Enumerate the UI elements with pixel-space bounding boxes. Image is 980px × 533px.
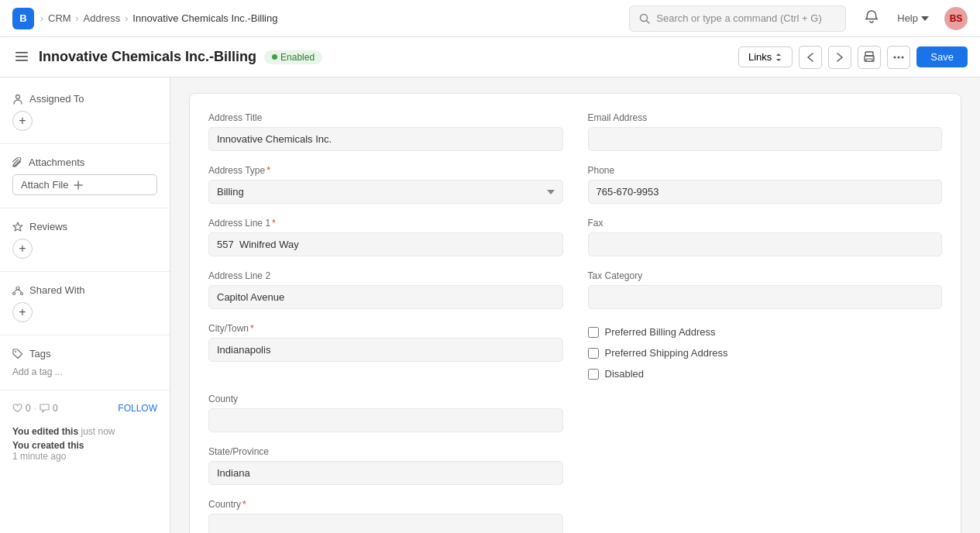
comment-icon — [40, 404, 50, 413]
address-type-label: Address Type* — [208, 165, 563, 176]
heart-icon — [12, 404, 22, 413]
state-province-label: State/Province — [208, 446, 563, 457]
fax-group: Fax — [588, 218, 943, 256]
main-layout: Assigned To + Attachments Attach File — [0, 77, 980, 533]
address-line1-input[interactable] — [208, 232, 563, 256]
assigned-to-header: Assigned To — [12, 93, 157, 105]
address-line2-input[interactable] — [208, 285, 563, 309]
hamburger-button[interactable] — [12, 47, 31, 67]
chevron-updown-icon — [775, 53, 782, 62]
disabled-checkbox[interactable] — [588, 369, 599, 380]
app-logo[interactable]: B — [12, 8, 34, 29]
tags-header: Tags — [12, 348, 157, 359]
svg-point-16 — [13, 292, 15, 294]
comments-count: 0 — [53, 403, 58, 414]
address-title-label: Address Title — [208, 112, 563, 123]
search-bar[interactable]: Search or type a command (Ctrl + G) — [629, 5, 846, 32]
address-type-select[interactable]: Billing Shipping Other — [208, 180, 563, 204]
preferred-shipping-checkbox-label[interactable]: Preferred Shipping Address — [588, 347, 943, 359]
svg-point-17 — [21, 292, 23, 294]
preferred-shipping-label: Preferred Shipping Address — [605, 347, 728, 359]
attachments-header: Attachments — [12, 156, 157, 168]
checkbox-group: Preferred Billing Address Preferred Ship… — [588, 323, 943, 380]
tag-icon — [12, 349, 23, 359]
attachments-section: Attachments Attach File — [0, 150, 170, 201]
tax-category-input[interactable] — [588, 285, 943, 309]
status-label: Enabled — [280, 52, 315, 63]
sidebar: Assigned To + Attachments Attach File — [0, 77, 170, 533]
help-button[interactable]: Help — [891, 9, 935, 27]
address-line2-group: Address Line 2 — [208, 270, 563, 309]
more-options-button[interactable] — [887, 46, 910, 69]
more-icon — [893, 56, 904, 59]
empty-cell-2 — [588, 446, 943, 485]
assigned-to-section: Assigned To + — [0, 87, 170, 137]
state-province-group: State/Province — [208, 446, 563, 485]
reviews-label: Reviews — [29, 221, 67, 232]
address-type-group: Address Type* Billing Shipping Other — [208, 165, 563, 204]
paperclip-icon — [12, 157, 22, 168]
breadcrumb-crm[interactable]: CRM — [48, 12, 71, 24]
address-title-group: Address Title — [208, 112, 563, 151]
state-province-input[interactable] — [208, 461, 563, 485]
disabled-label: Disabled — [605, 368, 645, 380]
stats-dot: · — [34, 403, 36, 414]
tax-category-group: Tax Category — [588, 270, 943, 309]
reviews-add-button[interactable]: + — [12, 239, 33, 259]
svg-rect-5 — [865, 52, 873, 56]
form-card: Address Title Email Address Address Type… — [189, 93, 961, 533]
country-group: Country* — [208, 499, 563, 533]
breadcrumb-address[interactable]: Address — [84, 12, 121, 24]
fax-input[interactable] — [588, 232, 943, 256]
phone-input[interactable] — [588, 180, 943, 204]
address-line2-label: Address Line 2 — [208, 270, 563, 281]
preferred-billing-checkbox[interactable] — [588, 327, 599, 338]
tags-label: Tags — [29, 348, 50, 359]
svg-point-12 — [16, 95, 20, 98]
svg-rect-2 — [15, 52, 28, 53]
reviews-section: Reviews + — [0, 215, 170, 265]
fax-label: Fax — [588, 218, 943, 229]
preferred-billing-checkbox-label[interactable]: Preferred Billing Address — [588, 326, 943, 338]
divider-4 — [0, 335, 170, 335]
save-button[interactable]: Save — [916, 46, 968, 67]
county-input[interactable] — [208, 408, 563, 432]
shared-with-section: Shared With + — [0, 278, 170, 328]
content-area: Address Title Email Address Address Type… — [170, 77, 980, 533]
disabled-checkbox-label[interactable]: Disabled — [588, 368, 943, 380]
county-group: County — [208, 394, 563, 432]
divider-5 — [0, 390, 170, 390]
sidebar-stats: 0 · 0 FOLLOW — [0, 397, 170, 420]
tax-category-label: Tax Category — [588, 270, 943, 281]
edited-meta: You edited this just now — [12, 426, 157, 437]
follow-button[interactable]: FOLLOW — [118, 403, 157, 414]
avatar[interactable]: BS — [944, 7, 968, 30]
status-badge: Enabled — [264, 50, 322, 64]
prev-button[interactable] — [799, 46, 822, 69]
created-meta: You created this 1 minute ago — [12, 440, 157, 462]
address-title-input[interactable] — [208, 127, 563, 151]
add-tag-link[interactable]: Add a tag ... — [12, 363, 63, 380]
breadcrumb-sep-2: › — [125, 13, 128, 24]
city-town-input[interactable] — [208, 338, 563, 362]
topbar: B › CRM › Address › Innovative Chemicals… — [0, 0, 980, 37]
links-button[interactable]: Links — [738, 46, 793, 67]
email-address-label: Email Address — [588, 112, 943, 123]
next-button[interactable] — [828, 46, 851, 69]
likes-count: 0 — [26, 403, 31, 414]
notification-button[interactable] — [861, 6, 882, 30]
attach-file-button[interactable]: Attach File — [12, 174, 157, 195]
svg-line-1 — [647, 20, 650, 23]
svg-point-9 — [894, 56, 896, 58]
address-line1-label: Address Line 1* — [208, 218, 563, 229]
attach-file-label: Attach File — [21, 179, 68, 191]
print-button[interactable] — [858, 46, 881, 69]
assigned-to-label: Assigned To — [29, 93, 84, 105]
country-input[interactable] — [208, 514, 563, 533]
preferred-shipping-checkbox[interactable] — [588, 348, 599, 359]
shared-with-add-button[interactable]: + — [12, 302, 33, 322]
assigned-to-add-button[interactable]: + — [12, 111, 33, 131]
email-address-input[interactable] — [588, 127, 943, 151]
created-time: 1 minute ago — [12, 451, 66, 462]
breadcrumb-current: Innovative Chemicals Inc.-Billing — [132, 12, 277, 24]
